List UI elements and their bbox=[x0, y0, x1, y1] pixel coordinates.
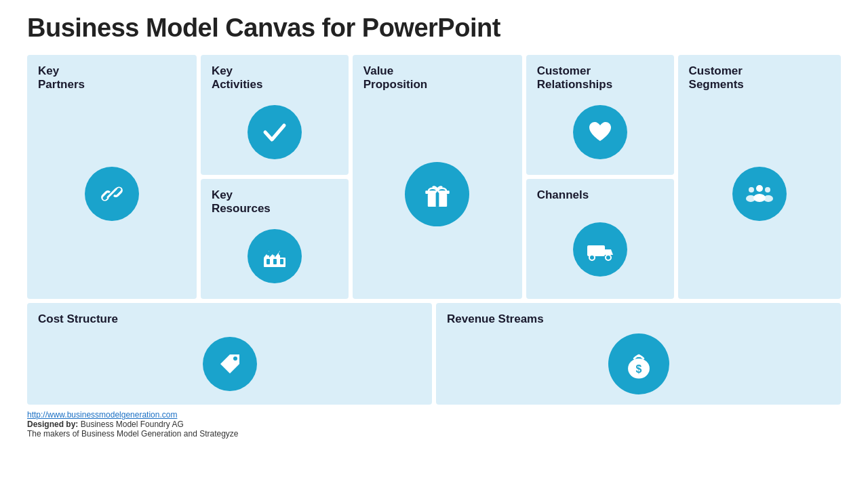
key-resources-title: KeyResources bbox=[212, 188, 271, 216]
footer-url[interactable]: http://www.businessmodelgeneration.com bbox=[27, 410, 177, 420]
svg-point-14 bbox=[438, 188, 446, 193]
cell-channels: Channels bbox=[526, 179, 674, 299]
svg-point-4 bbox=[267, 251, 271, 256]
value-proposition-icon-area bbox=[363, 96, 511, 292]
checkmark-icon bbox=[260, 117, 290, 147]
svg-point-23 bbox=[765, 187, 770, 192]
svg-point-24 bbox=[764, 195, 773, 202]
key-resources-icon-area bbox=[212, 220, 338, 292]
gift-icon bbox=[420, 176, 455, 211]
cost-structure-icon-area bbox=[38, 330, 421, 398]
svg-rect-9 bbox=[280, 259, 283, 264]
money-bag-icon: $ bbox=[622, 347, 656, 381]
customer-relationships-title: CustomerRelationships bbox=[537, 64, 612, 92]
key-activities-icon-area bbox=[212, 96, 338, 168]
svg-rect-8 bbox=[273, 259, 277, 264]
footer-tagline: The makers of Business Model Generation … bbox=[27, 429, 239, 439]
svg-rect-12 bbox=[435, 191, 439, 207]
tag-icon bbox=[215, 349, 245, 379]
value-proposition-icon bbox=[405, 162, 469, 226]
group-icon bbox=[745, 179, 774, 209]
channels-title: Channels bbox=[537, 188, 589, 202]
key-partners-icon bbox=[85, 167, 139, 221]
customer-segments-title: CustomerSegments bbox=[689, 64, 744, 92]
key-partners-icon-area bbox=[38, 96, 186, 292]
customer-segments-icon bbox=[732, 167, 787, 221]
key-partners-title: KeyPartners bbox=[38, 64, 85, 92]
heart-icon bbox=[585, 117, 615, 147]
cell-revenue-streams: Revenue Streams $ bbox=[436, 303, 841, 405]
cost-structure-title: Cost Structure bbox=[38, 312, 118, 326]
footer-designer-name: Business Model Foundry AG bbox=[81, 420, 184, 429]
customer-relationships-icon bbox=[573, 105, 627, 159]
svg-point-16 bbox=[589, 255, 595, 260]
footer-designer-label: Designed by: bbox=[27, 420, 78, 429]
key-activities-icon bbox=[248, 105, 302, 159]
svg-rect-18 bbox=[587, 247, 605, 255]
link-icon bbox=[97, 179, 127, 209]
customer-segments-icon-area bbox=[689, 96, 830, 292]
customer-stack: CustomerRelationships Channels bbox=[526, 55, 674, 299]
cost-structure-icon bbox=[203, 337, 257, 391]
cell-key-resources: KeyResources bbox=[201, 179, 349, 299]
cell-cost-structure: Cost Structure bbox=[27, 303, 432, 405]
cell-value-proposition: ValueProposition bbox=[353, 55, 522, 299]
customer-relationships-icon-area bbox=[537, 96, 663, 168]
svg-point-5 bbox=[273, 251, 277, 256]
svg-text:$: $ bbox=[635, 363, 642, 375]
footer: http://www.businessmodelgeneration.com D… bbox=[27, 410, 841, 439]
svg-point-13 bbox=[429, 188, 437, 193]
factory-icon bbox=[260, 241, 290, 271]
page-title: Business Model Canvas for PowerPoint bbox=[27, 14, 841, 43]
svg-point-6 bbox=[279, 251, 283, 256]
svg-point-17 bbox=[606, 255, 611, 260]
revenue-streams-icon-area: $ bbox=[447, 330, 830, 398]
channels-icon-area bbox=[537, 206, 663, 292]
key-activities-title: KeyActivities bbox=[212, 64, 263, 92]
channels-icon bbox=[573, 222, 627, 277]
svg-point-19 bbox=[756, 185, 763, 192]
revenue-streams-title: Revenue Streams bbox=[447, 312, 544, 326]
bottom-row: Cost Structure Revenue Streams bbox=[27, 303, 841, 405]
canvas-grid: KeyPartners KeyActivities bbox=[27, 55, 841, 405]
svg-rect-7 bbox=[267, 259, 270, 264]
activities-resources-stack: KeyActivities KeyResources bbox=[201, 55, 349, 299]
cell-key-partners: KeyPartners bbox=[27, 55, 197, 299]
revenue-streams-icon: $ bbox=[608, 333, 669, 394]
svg-point-25 bbox=[233, 357, 237, 361]
svg-point-22 bbox=[746, 195, 755, 202]
cell-customer-relationships: CustomerRelationships bbox=[526, 55, 674, 175]
value-proposition-title: ValueProposition bbox=[363, 64, 427, 92]
svg-point-21 bbox=[749, 187, 754, 192]
key-resources-icon bbox=[248, 229, 302, 283]
top-row: KeyPartners KeyActivities bbox=[27, 55, 841, 299]
truck-icon bbox=[585, 235, 615, 264]
cell-key-activities: KeyActivities bbox=[201, 55, 349, 175]
cell-customer-segments: CustomerSegments bbox=[678, 55, 841, 299]
